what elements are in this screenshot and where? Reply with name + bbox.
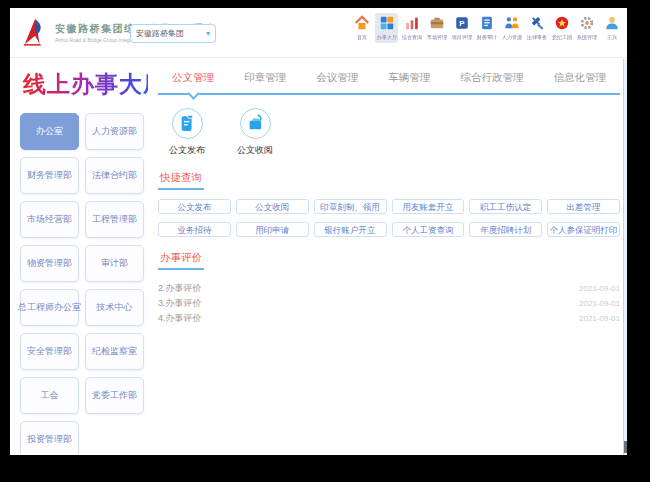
sidebar-item-union[interactable]: 工会 bbox=[20, 377, 79, 414]
list-item[interactable]: 4.办事评价 2021-09-01 bbox=[158, 311, 620, 326]
doc-receive-icon bbox=[240, 108, 271, 139]
quick-btn-seal-engrave[interactable]: 印章刻制、领用 bbox=[314, 199, 387, 214]
gavel-icon bbox=[529, 15, 545, 31]
chevron-down-icon: ▾ bbox=[206, 30, 210, 38]
main-content: 公文管理 印章管理 会议管理 车辆管理 综合行政管理 信息化管理 公文发布 公文… bbox=[158, 64, 620, 326]
evaluation-date: 2021-09-01 bbox=[579, 314, 620, 323]
sidebar-item-materials[interactable]: 物资管理部 bbox=[20, 245, 79, 282]
sidebar-item-safety[interactable]: 安全管理部 bbox=[20, 333, 79, 370]
sidebar: 线上办事大厅 办公室 人力资源部 财务管理部 法律合约部 市场经营部 工程管理部… bbox=[18, 60, 148, 455]
logo-mark-icon bbox=[22, 16, 50, 48]
app-label: 公文发布 bbox=[169, 144, 205, 157]
nav-item-user[interactable]: 王兴 bbox=[600, 13, 623, 43]
app-doc-publish[interactable]: 公文发布 bbox=[164, 108, 210, 157]
nav-item-project[interactable]: P 项目管理 bbox=[450, 13, 473, 43]
chart-icon bbox=[404, 15, 420, 31]
grid-icon bbox=[379, 15, 395, 31]
nav-label: 综合查询 bbox=[401, 34, 421, 42]
quick-btn-injury-cert[interactable]: 职工工伤认定 bbox=[469, 199, 542, 214]
quick-btn-salary-query[interactable]: 个人工资查询 bbox=[392, 222, 465, 237]
sidebar-item-discipline[interactable]: 纪检监察室 bbox=[85, 333, 144, 370]
nav-label: 系统管理 bbox=[576, 34, 596, 42]
gear-icon bbox=[579, 15, 595, 31]
tab-seal-mgmt[interactable]: 印章管理 bbox=[244, 71, 286, 85]
sidebar-item-party-committee[interactable]: 党委工作部 bbox=[85, 377, 144, 414]
sidebar-item-finance[interactable]: 财务管理部 bbox=[20, 157, 79, 194]
nav-label: 法律事务 bbox=[526, 34, 546, 42]
top-nav: 首页 办事大厅 综合查询 市场管理 P 项目管理 财务审计 bbox=[350, 13, 623, 43]
quick-btn-doc-publish[interactable]: 公文发布 bbox=[158, 199, 231, 214]
market-icon bbox=[429, 15, 445, 31]
nav-label: 市场管理 bbox=[426, 34, 446, 42]
org-select-value: 安徽路桥集团 bbox=[136, 28, 184, 39]
sidebar-item-chief-engineer[interactable]: 总工程师办公室 bbox=[20, 289, 79, 326]
list-item[interactable]: 2.办事评价 2021-09-01 bbox=[158, 281, 620, 296]
sidebar-item-investment[interactable]: 投资管理部 bbox=[20, 421, 79, 455]
quick-btn-seal-apply[interactable]: 用印申请 bbox=[236, 222, 309, 237]
nav-item-market[interactable]: 市场管理 bbox=[425, 13, 448, 43]
tab-meeting-mgmt[interactable]: 会议管理 bbox=[316, 71, 358, 85]
vertical-scrollbar bbox=[623, 59, 627, 455]
nav-item-hr[interactable]: 人力资源 bbox=[500, 13, 523, 43]
module-tabs: 公文管理 印章管理 会议管理 车辆管理 综合行政管理 信息化管理 bbox=[158, 64, 620, 95]
nav-label: 项目管理 bbox=[451, 34, 471, 42]
nav-label: 党纪工团 bbox=[551, 34, 571, 42]
quick-btn-business-reception[interactable]: 业务招待 bbox=[158, 222, 231, 237]
people-icon bbox=[504, 15, 520, 31]
tab-it-mgmt[interactable]: 信息化管理 bbox=[553, 71, 606, 85]
tab-admin-mgmt[interactable]: 综合行政管理 bbox=[460, 71, 523, 85]
app-shortcuts: 公文发布 公文收阅 bbox=[164, 108, 620, 157]
nav-item-service-hall[interactable]: 办事大厅 bbox=[375, 13, 398, 43]
evaluation-label: 4.办事评价 bbox=[158, 312, 202, 325]
quick-query-title: 快捷查询 bbox=[158, 171, 204, 190]
app-label: 公文收阅 bbox=[237, 144, 273, 157]
evaluation-label: 2.办事评价 bbox=[158, 282, 202, 295]
finance-icon bbox=[479, 15, 495, 31]
quick-query-grid: 公文发布 公文收阅 印章刻制、领用 用友账套开立 职工工伤认定 出差管理 业务招… bbox=[158, 199, 620, 237]
app-doc-receive[interactable]: 公文收阅 bbox=[232, 108, 278, 157]
nav-item-system[interactable]: 系统管理 bbox=[575, 13, 598, 43]
party-icon bbox=[554, 15, 570, 31]
home-icon bbox=[354, 15, 370, 31]
sidebar-item-office[interactable]: 办公室 bbox=[20, 113, 79, 150]
nav-item-legal[interactable]: 法律事务 bbox=[525, 13, 548, 43]
evaluation-list: 2.办事评价 2021-09-01 3.办事评价 2021-09-01 4.办事… bbox=[158, 281, 620, 326]
svg-text:P: P bbox=[459, 19, 465, 28]
nav-label: 王兴 bbox=[606, 34, 616, 42]
evaluation-date: 2021-09-01 bbox=[579, 284, 620, 293]
list-item[interactable]: 3.办事评价 2021-09-01 bbox=[158, 296, 620, 311]
tab-document-mgmt[interactable]: 公文管理 bbox=[172, 71, 214, 85]
quick-btn-recruit-plan[interactable]: 年度招聘计划 bbox=[469, 222, 542, 237]
nav-label: 首页 bbox=[356, 34, 366, 42]
evaluation-title: 办事评价 bbox=[158, 251, 204, 270]
sidebar-item-legal-contract[interactable]: 法律合约部 bbox=[85, 157, 144, 194]
user-icon bbox=[604, 15, 620, 31]
sidebar-item-audit[interactable]: 审计部 bbox=[85, 245, 144, 282]
quick-btn-bank-account[interactable]: 银行账户开立 bbox=[314, 222, 387, 237]
project-icon: P bbox=[454, 15, 470, 31]
app-window: 安徽路桥集团综合管理信息系统 Anhui Road & Bridge Group… bbox=[10, 8, 627, 455]
sidebar-item-tech-center[interactable]: 技术中心 bbox=[85, 289, 144, 326]
sidebar-item-hr[interactable]: 人力资源部 bbox=[85, 113, 144, 150]
nav-item-home[interactable]: 首页 bbox=[350, 13, 373, 43]
evaluation-label: 3.办事评价 bbox=[158, 297, 202, 310]
quick-btn-doc-receive[interactable]: 公文收阅 bbox=[236, 199, 309, 214]
sidebar-item-engineering[interactable]: 工程管理部 bbox=[85, 201, 144, 238]
top-header: 安徽路桥集团综合管理信息系统 Anhui Road & Bridge Group… bbox=[10, 8, 627, 58]
nav-item-party[interactable]: 党纪工团 bbox=[550, 13, 573, 43]
doc-publish-icon bbox=[172, 108, 203, 139]
quick-btn-travel-mgmt[interactable]: 出差管理 bbox=[547, 199, 620, 214]
page-title: 线上办事大厅 bbox=[23, 69, 148, 100]
department-grid: 办公室 人力资源部 财务管理部 法律合约部 市场经营部 工程管理部 物资管理部 … bbox=[20, 113, 148, 455]
scrollbar-thumb[interactable] bbox=[624, 441, 627, 453]
nav-label: 办事大厅 bbox=[376, 34, 396, 42]
nav-item-query[interactable]: 综合查询 bbox=[400, 13, 423, 43]
nav-item-finance[interactable]: 财务审计 bbox=[475, 13, 498, 43]
org-select[interactable]: 安徽路桥集团 ▾ bbox=[130, 24, 216, 43]
sidebar-item-marketing[interactable]: 市场经营部 bbox=[20, 201, 79, 238]
tab-vehicle-mgmt[interactable]: 车辆管理 bbox=[388, 71, 430, 85]
nav-label: 财务审计 bbox=[476, 34, 496, 42]
quick-btn-ufida-account[interactable]: 用友账套开立 bbox=[392, 199, 465, 214]
quick-btn-insurance-print[interactable]: 个人参保证明打印 bbox=[547, 222, 620, 237]
evaluation-date: 2021-09-01 bbox=[579, 299, 620, 308]
